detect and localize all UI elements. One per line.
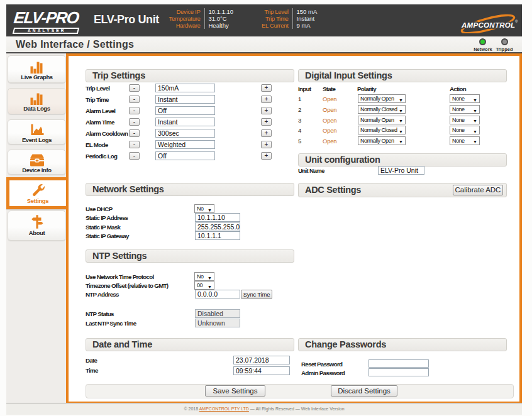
svg-text:®: ® bbox=[515, 19, 518, 23]
svg-text:AMPCONTROL: AMPCONTROL bbox=[461, 21, 515, 29]
